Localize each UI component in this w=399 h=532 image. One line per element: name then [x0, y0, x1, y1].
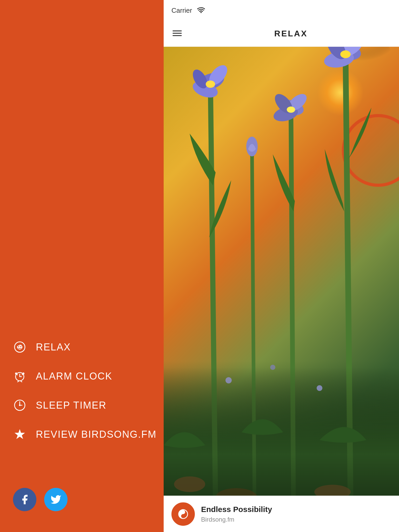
now-playing-bar[interactable]: Endless Possibility Birdsong.fm	[164, 496, 399, 532]
svg-point-1	[18, 346, 19, 347]
social-row	[0, 488, 164, 511]
sidebar-item-alarm-label: ALARM CLOCK	[36, 371, 112, 382]
sidebar-item-review-label: REVIEW BIRDSONG.FM	[36, 429, 157, 440]
main-panel: Carrier RELAX	[164, 0, 399, 532]
svg-point-51	[182, 511, 184, 513]
app-header: RELAX	[164, 21, 399, 47]
sidebar-item-review[interactable]: REVIEW BIRDSONG.FM	[13, 428, 164, 441]
svg-point-9	[22, 373, 24, 375]
sidebar-item-alarm[interactable]: ALARM CLOCK	[13, 369, 164, 383]
svg-point-46	[225, 377, 232, 383]
alarm-icon	[13, 369, 26, 383]
iris-flowers-svg	[164, 47, 399, 496]
svg-point-43	[174, 476, 205, 492]
track-info: Endless Possibility Birdsong.fm	[201, 505, 391, 523]
status-bar: Carrier	[164, 0, 399, 21]
wifi-icon	[197, 7, 205, 14]
app-root: RELAX ALARM C	[0, 0, 399, 532]
twitter-button[interactable]	[44, 488, 68, 511]
svg-point-48	[317, 385, 322, 391]
svg-marker-16	[15, 429, 25, 439]
sidebar-drawer: RELAX ALARM C	[0, 0, 164, 532]
svg-point-47	[270, 365, 275, 370]
nav-menu: RELAX ALARM C	[0, 340, 164, 488]
sidebar-item-relax-label: RELAX	[36, 342, 71, 353]
svg-point-52	[182, 515, 184, 517]
album-art	[171, 502, 195, 526]
svg-point-39	[340, 50, 351, 58]
svg-point-27	[206, 81, 215, 88]
hero-image	[164, 47, 399, 496]
track-station: Birdsong.fm	[201, 516, 391, 523]
hamburger-button[interactable]	[171, 28, 183, 40]
header-title: RELAX	[191, 29, 391, 38]
svg-line-11	[21, 381, 22, 382]
svg-point-17	[201, 12, 202, 13]
track-title: Endless Possibility	[201, 505, 391, 514]
star-icon	[13, 428, 26, 441]
sidebar-item-sleep-label: SLEEP TIMER	[36, 400, 107, 411]
carrier-label: Carrier	[171, 6, 192, 15]
sidebar-item-sleep[interactable]: SLEEP TIMER	[13, 398, 164, 412]
svg-point-15	[19, 404, 21, 406]
svg-point-8	[15, 373, 17, 375]
sidebar-item-relax[interactable]: RELAX	[13, 340, 164, 354]
facebook-button[interactable]	[13, 488, 36, 511]
svg-point-33	[287, 107, 295, 113]
sleep-icon	[13, 398, 26, 412]
svg-line-10	[18, 381, 19, 382]
svg-point-2	[20, 346, 21, 347]
relax-icon	[13, 340, 26, 354]
